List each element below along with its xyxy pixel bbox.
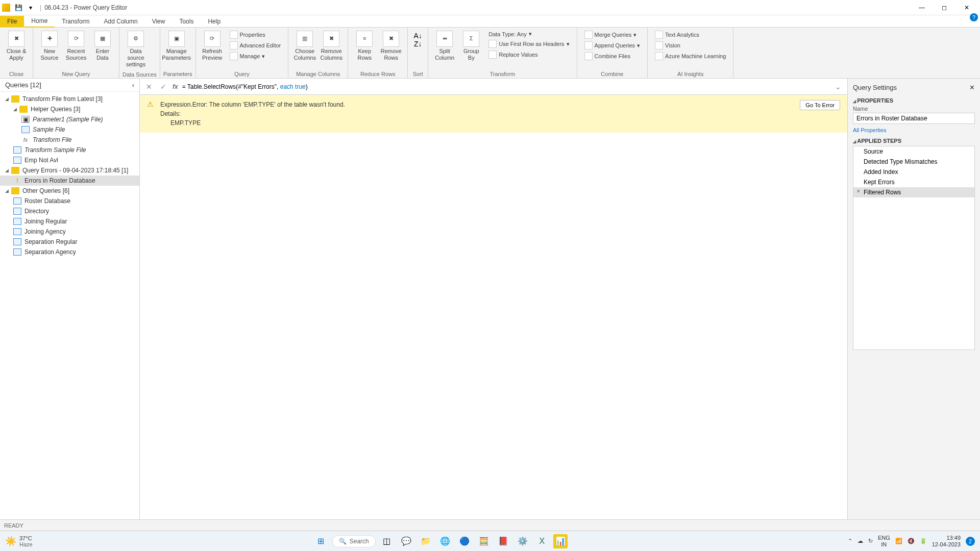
tray-language[interactable]: ENGIN	[878, 535, 890, 547]
recent-sources-button[interactable]: ⟳Recent Sources	[63, 29, 89, 63]
settings-icon[interactable]: ⚙️	[514, 533, 531, 549]
choose-columns-button[interactable]: ▥Choose Columns	[291, 29, 318, 63]
group-by-button[interactable]: ΣGroup By	[458, 29, 484, 63]
merge-queries-button[interactable]: Merge Queries ▾	[582, 30, 643, 40]
powerbi-icon[interactable]: 📊	[553, 534, 568, 548]
pdf-icon[interactable]: 📕	[495, 533, 511, 549]
manage-button[interactable]: Manage ▾	[228, 51, 283, 61]
applied-step-item[interactable]: Kept Errors	[853, 177, 974, 187]
remove-columns-button[interactable]: ✖Remove Columns	[318, 29, 345, 63]
vision-button[interactable]: Vision	[653, 40, 728, 51]
properties-button[interactable]: Properties	[228, 30, 283, 40]
query-item[interactable]: ◢Other Queries [6]	[0, 186, 139, 196]
query-item[interactable]: Separation Agency	[0, 247, 139, 257]
tab-help[interactable]: Help	[201, 16, 228, 27]
query-item[interactable]: Directory	[0, 206, 139, 216]
refresh-preview-button[interactable]: ⟳Refresh Preview	[199, 29, 226, 63]
query-item[interactable]: fxTransform File	[0, 135, 139, 145]
append-queries-button[interactable]: Append Queries ▾	[582, 40, 643, 51]
tree-caret-icon[interactable]: ◢	[5, 96, 10, 102]
query-item[interactable]: Separation Regular	[0, 237, 139, 247]
collapse-queries-icon[interactable]: ‹	[132, 81, 134, 89]
data-type-button[interactable]: Data Type: Any ▾	[486, 30, 571, 38]
minimize-button[interactable]: —	[911, 1, 933, 15]
close-window-button[interactable]: ✕	[955, 1, 978, 15]
tab-addcolumn[interactable]: Add Column	[97, 16, 145, 27]
sort-asc-button[interactable]: A↓	[414, 32, 422, 40]
cancel-formula-button[interactable]: ✕	[144, 82, 154, 92]
tree-caret-icon[interactable]: ◢	[5, 188, 10, 193]
sort-desc-button[interactable]: Z↓	[414, 40, 422, 48]
taskbar-weather[interactable]: ☀️ 37°C Haze	[5, 535, 33, 547]
tree-caret-icon[interactable]: ◢	[5, 168, 10, 173]
query-item[interactable]: Transform Sample File	[0, 145, 139, 155]
edge-icon[interactable]: 🌐	[437, 533, 453, 549]
query-item[interactable]: Emp Not Avl	[0, 155, 139, 165]
tab-view[interactable]: View	[145, 16, 173, 27]
keep-rows-button[interactable]: ≡Keep Rows	[351, 29, 378, 63]
calculator-icon[interactable]: 🧮	[476, 533, 492, 549]
combine-files-button[interactable]: Combine Files	[582, 51, 643, 61]
save-icon[interactable]: 💾	[13, 3, 23, 13]
applied-step-item[interactable]: Source	[853, 146, 974, 157]
tab-home[interactable]: Home	[24, 15, 55, 28]
taskbar-search[interactable]: 🔍 Search	[332, 535, 376, 547]
data-source-settings-button[interactable]: ⚙Data source settings	[122, 29, 149, 70]
tray-clock[interactable]: 13:4912-04-2023	[932, 535, 961, 547]
go-to-error-button[interactable]: Go To Error	[800, 100, 840, 110]
query-item[interactable]: Sample File	[0, 124, 139, 135]
query-item[interactable]: ◢Query Errors - 09-04-2023 17:18:45 [1]	[0, 165, 139, 176]
close-apply-button[interactable]: ✖Close & Apply	[3, 29, 30, 63]
tray-battery-icon[interactable]: 🔋	[920, 538, 927, 544]
all-properties-link[interactable]: All Properties	[853, 127, 886, 133]
tray-chevron-icon[interactable]: ⌃	[848, 538, 852, 544]
query-item[interactable]: Joining Agency	[0, 227, 139, 237]
fx-icon[interactable]: fx	[173, 83, 178, 90]
teams-icon[interactable]: 💬	[398, 533, 414, 549]
azure-ml-button[interactable]: Azure Machine Learning	[653, 51, 728, 61]
tab-file[interactable]: File	[0, 16, 24, 27]
excel-icon[interactable]: X	[534, 533, 550, 549]
new-source-button[interactable]: ✚New Source	[36, 29, 63, 63]
remove-rows-button[interactable]: ✖Remove Rows	[378, 29, 404, 63]
tree-caret-icon[interactable]: ◢	[13, 107, 18, 112]
replace-values-button[interactable]: Replace Values	[486, 49, 571, 60]
qat-dropdown-icon[interactable]: ▾	[26, 3, 36, 13]
start-button[interactable]: ⊞	[313, 533, 329, 549]
tab-tools[interactable]: Tools	[172, 16, 201, 27]
query-item[interactable]: Roster Database	[0, 196, 139, 206]
error-icon: !	[13, 177, 21, 184]
formula-input[interactable]: = Table.SelectRows(#"Kept Errors", each …	[182, 83, 829, 90]
query-item[interactable]: !Errors in Roster Database	[0, 176, 139, 186]
explorer-icon[interactable]: 📁	[418, 533, 434, 549]
help-badge-icon[interactable]: ?	[970, 13, 978, 21]
tray-wifi-icon[interactable]: 📶	[895, 538, 902, 544]
query-item-label: Sample File	[33, 126, 136, 133]
tray-notifications-badge[interactable]: 2	[966, 537, 975, 546]
chrome-icon[interactable]: 🔵	[456, 533, 473, 549]
expand-formula-button[interactable]: ⌄	[833, 82, 843, 92]
task-view-button[interactable]: ◫	[379, 533, 395, 549]
tab-transform[interactable]: Transform	[55, 16, 96, 27]
close-settings-button[interactable]: ✕	[969, 84, 975, 91]
text-analytics-button[interactable]: Text Analytics	[653, 30, 728, 40]
query-item[interactable]: ◢Transform File from Latest [3]	[0, 94, 139, 104]
commit-formula-button[interactable]: ✓	[158, 82, 168, 92]
first-row-headers-button[interactable]: Use First Row as Headers ▾	[486, 39, 571, 49]
manage-parameters-button[interactable]: ▣Manage Parameters	[163, 29, 190, 63]
query-item[interactable]: Joining Regular	[0, 216, 139, 227]
maximize-button[interactable]: ◻	[933, 1, 955, 15]
applied-step-item[interactable]: Detected Type Mismatches	[853, 157, 974, 167]
split-column-icon: ⇹	[436, 31, 453, 47]
tray-sync-icon[interactable]: ↻	[868, 538, 873, 544]
tray-onedrive-icon[interactable]: ☁	[857, 538, 863, 544]
advanced-editor-button[interactable]: Advanced Editor	[228, 40, 283, 51]
applied-step-item[interactable]: Added Index	[853, 167, 974, 177]
enter-data-button[interactable]: ▦Enter Data	[89, 29, 116, 63]
applied-step-item[interactable]: Filtered Rows	[853, 187, 974, 197]
split-column-button[interactable]: ⇹Split Column	[431, 29, 458, 63]
tray-volume-icon[interactable]: 🔇	[908, 538, 915, 544]
query-item[interactable]: ▣Parameter1 (Sample File)	[0, 114, 139, 124]
query-item[interactable]: ◢Helper Queries [3]	[0, 104, 139, 114]
query-name-input[interactable]	[853, 113, 975, 124]
